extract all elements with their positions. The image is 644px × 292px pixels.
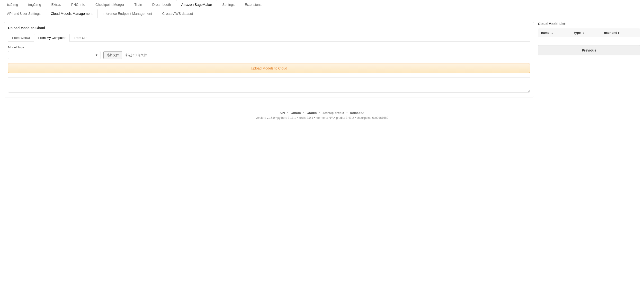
- tab-train[interactable]: Train: [130, 0, 147, 9]
- separator-2: •: [303, 111, 304, 115]
- reload-ui-link[interactable]: Reload UI: [350, 111, 364, 115]
- tab-api-user-settings[interactable]: API and User Settings: [2, 9, 46, 18]
- sort-arrows-type: ▲: [582, 32, 584, 34]
- model-type-select[interactable]: Checkpoint LoRA VAE Embedding: [8, 51, 100, 59]
- no-file-selected-text: 未选择任何文件: [125, 53, 147, 57]
- gradio-link[interactable]: Gradio: [306, 111, 317, 115]
- separator-1: •: [287, 111, 288, 115]
- model-type-label: Model Type: [8, 45, 530, 49]
- previous-button[interactable]: Previous: [538, 45, 640, 55]
- tab-cloud-models-management[interactable]: Cloud Models Management: [46, 9, 98, 18]
- api-link[interactable]: API: [280, 111, 285, 115]
- output-textarea[interactable]: [8, 77, 530, 93]
- table-header-row: name ▲ type ▲ user and r: [538, 28, 640, 37]
- separator-4: •: [346, 111, 348, 115]
- tab-inference-endpoint[interactable]: Inference Endpoint Management: [98, 9, 157, 18]
- footer: API • Github • Gradio • Startup profile …: [0, 106, 644, 124]
- tab-txt2img[interactable]: txt2img: [2, 0, 23, 9]
- file-chooser: 选择文件 未选择任何文件: [103, 51, 147, 59]
- tab-settings[interactable]: Settings: [217, 0, 240, 9]
- model-type-select-wrapper: Checkpoint LoRA VAE Embedding ▼: [8, 51, 100, 59]
- footer-links: API • Github • Gradio • Startup profile …: [5, 111, 639, 115]
- table-cell-empty-user: [601, 37, 640, 42]
- tab-create-aws-dataset[interactable]: Create AWS dataset: [157, 9, 198, 18]
- separator-3: •: [319, 111, 320, 115]
- tab-checkpoint-merger[interactable]: Checkpoint Merger: [90, 0, 129, 9]
- cloud-model-list-title: Cloud Model List: [538, 22, 640, 26]
- tab-img2img[interactable]: img2img: [23, 0, 46, 9]
- table-header-type[interactable]: type ▲: [571, 28, 601, 37]
- main-content: Upload Model to Cloud From WebUI From My…: [0, 18, 644, 101]
- tab-extras[interactable]: Extras: [46, 0, 66, 9]
- tab-dreambooth[interactable]: Dreambooth: [147, 0, 176, 9]
- tab-from-webui[interactable]: From WebUI: [8, 34, 34, 41]
- table-body: [538, 37, 640, 42]
- upload-models-button[interactable]: Upload Models to Cloud: [8, 63, 530, 73]
- table-header-name[interactable]: name ▲: [538, 28, 571, 37]
- tab-from-my-computer[interactable]: From My Computer: [34, 34, 70, 41]
- tab-extensions[interactable]: Extensions: [240, 0, 266, 9]
- upload-panel-title: Upload Model to Cloud: [8, 26, 530, 30]
- github-link[interactable]: Github: [291, 111, 301, 115]
- tab-png-info[interactable]: PNG Info: [66, 0, 90, 9]
- table-cell-empty-type: [571, 37, 601, 42]
- tab-from-url[interactable]: From URL: [70, 34, 92, 41]
- second-navigation: API and User Settings Cloud Models Manag…: [0, 9, 644, 18]
- cloud-model-list-panel: Cloud Model List name ▲ type ▲: [538, 22, 640, 97]
- table-row-empty: [538, 37, 640, 42]
- version-info: version: v1.6.0 • python: 3.11.1 • torch…: [5, 116, 639, 119]
- sort-arrows-name: ▲: [551, 32, 553, 34]
- upload-method-tabs: From WebUI From My Computer From URL: [8, 34, 530, 41]
- choose-file-button[interactable]: 选择文件: [103, 51, 122, 59]
- startup-profile-link[interactable]: Startup profile: [322, 111, 344, 115]
- tab-amazon-sagemaker[interactable]: Amazon SageMaker: [176, 0, 217, 9]
- table-header-user[interactable]: user and r: [601, 28, 640, 37]
- cloud-model-table: name ▲ type ▲ user and r: [538, 28, 640, 42]
- upload-panel: Upload Model to Cloud From WebUI From My…: [4, 22, 534, 97]
- model-type-row: Checkpoint LoRA VAE Embedding ▼ 选择文件 未选择…: [8, 51, 530, 59]
- top-navigation: txt2img img2img Extras PNG Info Checkpoi…: [0, 0, 644, 9]
- table-cell-empty-name: [538, 37, 571, 42]
